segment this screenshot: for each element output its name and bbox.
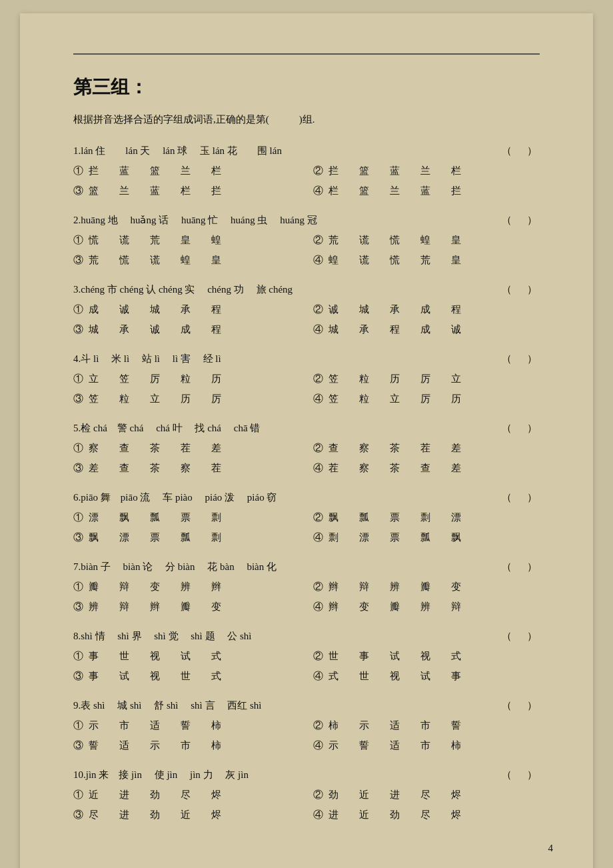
- page: 第三组： 根据拼音选择合适的字组成词语,正确的是第( )组. 1.lán 住 l…: [20, 13, 593, 868]
- options-row: ③飘 漂 票 瓢 剽④剽 漂 票 瓢 飘: [73, 527, 540, 547]
- question-block-5: 5.检 chá 警 chá chá 叶 找 chá chā 错（ ）①察 查 茶…: [73, 418, 540, 478]
- q-answer-bracket: （ ）: [502, 418, 540, 438]
- question-block-4: 4.斗 lì 米 lì 站 lì lì 害 经 lì（ ）①立 笠 厉 粒 历②…: [73, 349, 540, 409]
- question-block-8: 8.shì 情 shì 界 shì 觉 shì 题 公 shì（ ）①事 世 视…: [73, 626, 540, 686]
- questions-container: 1.lán 住 lán 天 lán 球 玉 lán 花 围 lán（ ）①拦 蓝…: [73, 141, 540, 825]
- option-4: ④剽 漂 票 瓢 飘: [313, 527, 540, 547]
- option-4: ④栏 篮 兰 蓝 拦: [313, 181, 540, 201]
- option-3: ③差 查 茶 察 茬: [73, 458, 300, 478]
- option-2: ②拦 篮 蓝 兰 栏: [313, 161, 540, 181]
- q-answer-bracket: （ ）: [502, 487, 540, 507]
- q-answer-bracket: （ ）: [502, 141, 540, 161]
- option-1: ①漂 飘 瓢 票 剽: [73, 507, 300, 527]
- options-row: ①漂 飘 瓢 票 剽②飘 瓢 票 剽 漂: [73, 507, 540, 527]
- q-answer-bracket: （ ）: [502, 765, 540, 785]
- options-row: ①近 进 劲 尽 烬②劲 近 进 尽 烬: [73, 785, 540, 805]
- option-2: ②诚 城 承 成 程: [313, 299, 540, 319]
- option-1: ①瓣 辩 变 辨 辫: [73, 577, 300, 597]
- options-row: ①立 笠 厉 粒 历②笠 粒 历 厉 立: [73, 369, 540, 389]
- option-4: ④茬 察 茶 查 差: [313, 458, 540, 478]
- option-3: ③事 试 视 世 式: [73, 666, 300, 686]
- q-answer-bracket: （ ）: [502, 349, 540, 369]
- instruction: 根据拼音选择合适的字组成词语,正确的是第( )组.: [73, 111, 540, 129]
- option-4: ④蝗 谎 慌 荒 皇: [313, 250, 540, 270]
- option-1: ①事 世 视 试 式: [73, 646, 300, 666]
- q-title-row: 10.jìn 来 接 jìn 使 jìn jìn 力 灰 jìn（ ）: [73, 765, 540, 785]
- option-1: ①拦 蓝 篮 兰 栏: [73, 161, 300, 181]
- option-3: ③城 承 诚 成 程: [73, 319, 300, 339]
- page-number: 4: [548, 843, 554, 854]
- option-1: ①察 查 茶 茬 差: [73, 438, 300, 458]
- options-row: ①察 查 茶 茬 差②查 察 茶 茬 差: [73, 438, 540, 458]
- q-title-text: 10.jìn 来 接 jìn 使 jìn jìn 力 灰 jìn: [73, 765, 491, 785]
- option-4: ④辫 变 瓣 辨 辩: [313, 597, 540, 617]
- q-answer-bracket: （ ）: [502, 210, 540, 230]
- option-1: ①近 进 劲 尽 烬: [73, 785, 300, 805]
- q-title-row: 6.piāo 舞 piāo 流 车 piào piáo 泼 piáo 窃（ ）: [73, 487, 540, 507]
- q-answer-bracket: （ ）: [502, 279, 540, 299]
- q-title-row: 9.表 shì 城 shì 舒 shì shì 言 西红 shì（ ）: [73, 695, 540, 715]
- q-title-row: 1.lán 住 lán 天 lán 球 玉 lán 花 围 lán（ ）: [73, 141, 540, 161]
- option-1: ①示 市 适 誓 柿: [73, 715, 300, 735]
- option-2: ②劲 近 进 尽 烬: [313, 785, 540, 805]
- q-title-text: 7.biàn 子 biàn 论 分 biàn 花 bàn biàn 化: [73, 557, 491, 577]
- q-title-row: 3.chéng 市 chéng 认 chéng 实 chéng 功 旅 chén…: [73, 279, 540, 299]
- option-4: ④示 誓 适 市 柿: [313, 735, 540, 755]
- question-block-7: 7.biàn 子 biàn 论 分 biàn 花 bàn biàn 化（ ）①瓣…: [73, 557, 540, 617]
- option-2: ②飘 瓢 票 剽 漂: [313, 507, 540, 527]
- q-title-row: 4.斗 lì 米 lì 站 lì lì 害 经 lì（ ）: [73, 349, 540, 369]
- q-title-row: 8.shì 情 shì 界 shì 觉 shì 题 公 shì（ ）: [73, 626, 540, 646]
- q-title-row: 2.huāng 地 huǎng 话 huāng 忙 huáng 虫 huáng …: [73, 210, 540, 230]
- q-answer-bracket: （ ）: [502, 695, 540, 715]
- option-2: ②笠 粒 历 厉 立: [313, 369, 540, 389]
- option-4: ④城 承 程 成 诚: [313, 319, 540, 339]
- options-row: ③差 查 茶 察 茬④茬 察 茶 查 差: [73, 458, 540, 478]
- option-1: ①立 笠 厉 粒 历: [73, 369, 300, 389]
- question-block-6: 6.piāo 舞 piāo 流 车 piào piáo 泼 piáo 窃（ ）①…: [73, 487, 540, 547]
- option-3: ③飘 漂 票 瓢 剽: [73, 527, 300, 547]
- section-title: 第三组：: [73, 75, 540, 100]
- option-3: ③荒 慌 谎 蝗 皇: [73, 250, 300, 270]
- option-3: ③笠 粒 立 历 厉: [73, 389, 300, 409]
- question-block-1: 1.lán 住 lán 天 lán 球 玉 lán 花 围 lán（ ）①拦 蓝…: [73, 141, 540, 201]
- options-row: ③尽 进 劲 近 烬④进 近 劲 尽 烬: [73, 805, 540, 825]
- option-2: ②查 察 茶 茬 差: [313, 438, 540, 458]
- options-row: ①成 诚 城 承 程②诚 城 承 成 程: [73, 299, 540, 319]
- top-border: [73, 53, 540, 55]
- options-row: ③誓 适 示 市 柿④示 誓 适 市 柿: [73, 735, 540, 755]
- question-block-10: 10.jìn 来 接 jìn 使 jìn jìn 力 灰 jìn（ ）①近 进 …: [73, 765, 540, 825]
- question-block-9: 9.表 shì 城 shì 舒 shì shì 言 西红 shì（ ）①示 市 …: [73, 695, 540, 755]
- q-answer-bracket: （ ）: [502, 626, 540, 646]
- option-2: ②世 事 试 视 式: [313, 646, 540, 666]
- q-title-row: 7.biàn 子 biàn 论 分 biàn 花 bàn biàn 化（ ）: [73, 557, 540, 577]
- option-4: ④进 近 劲 尽 烬: [313, 805, 540, 825]
- option-2: ②辫 辩 辨 瓣 变: [313, 577, 540, 597]
- option-3: ③篮 兰 蓝 栏 拦: [73, 181, 300, 201]
- options-row: ③事 试 视 世 式④式 世 视 试 事: [73, 666, 540, 686]
- q-title-text: 8.shì 情 shì 界 shì 觉 shì 题 公 shì: [73, 626, 491, 646]
- options-row: ①事 世 视 试 式②世 事 试 视 式: [73, 646, 540, 666]
- options-row: ③辨 辩 辫 瓣 变④辫 变 瓣 辨 辩: [73, 597, 540, 617]
- q-title-text: 6.piāo 舞 piāo 流 车 piào piáo 泼 piáo 窃: [73, 487, 491, 507]
- q-title-row: 5.检 chá 警 chá chá 叶 找 chá chā 错（ ）: [73, 418, 540, 438]
- q-title-text: 9.表 shì 城 shì 舒 shì shì 言 西红 shì: [73, 695, 491, 715]
- question-block-3: 3.chéng 市 chéng 认 chéng 实 chéng 功 旅 chén…: [73, 279, 540, 339]
- q-answer-bracket: （ ）: [502, 557, 540, 577]
- q-title-text: 4.斗 lì 米 lì 站 lì lì 害 经 lì: [73, 349, 491, 369]
- option-1: ①成 诚 城 承 程: [73, 299, 300, 319]
- q-title-text: 3.chéng 市 chéng 认 chéng 实 chéng 功 旅 chén…: [73, 279, 491, 299]
- options-row: ③城 承 诚 成 程④城 承 程 成 诚: [73, 319, 540, 339]
- option-2: ②荒 谎 慌 蝗 皇: [313, 230, 540, 250]
- q-title-text: 2.huāng 地 huǎng 话 huāng 忙 huáng 虫 huáng …: [73, 210, 491, 230]
- option-3: ③誓 适 示 市 柿: [73, 735, 300, 755]
- options-row: ①拦 蓝 篮 兰 栏②拦 篮 蓝 兰 栏: [73, 161, 540, 181]
- q-title-text: 1.lán 住 lán 天 lán 球 玉 lán 花 围 lán: [73, 141, 491, 161]
- options-row: ③荒 慌 谎 蝗 皇④蝗 谎 慌 荒 皇: [73, 250, 540, 270]
- option-3: ③尽 进 劲 近 烬: [73, 805, 300, 825]
- option-1: ①慌 谎 荒 皇 蝗: [73, 230, 300, 250]
- option-4: ④式 世 视 试 事: [313, 666, 540, 686]
- options-row: ①慌 谎 荒 皇 蝗②荒 谎 慌 蝗 皇: [73, 230, 540, 250]
- q-title-text: 5.检 chá 警 chá chá 叶 找 chá chā 错: [73, 418, 491, 438]
- options-row: ①示 市 适 誓 柿②柿 示 适 市 誓: [73, 715, 540, 735]
- options-row: ③篮 兰 蓝 栏 拦④栏 篮 兰 蓝 拦: [73, 181, 540, 201]
